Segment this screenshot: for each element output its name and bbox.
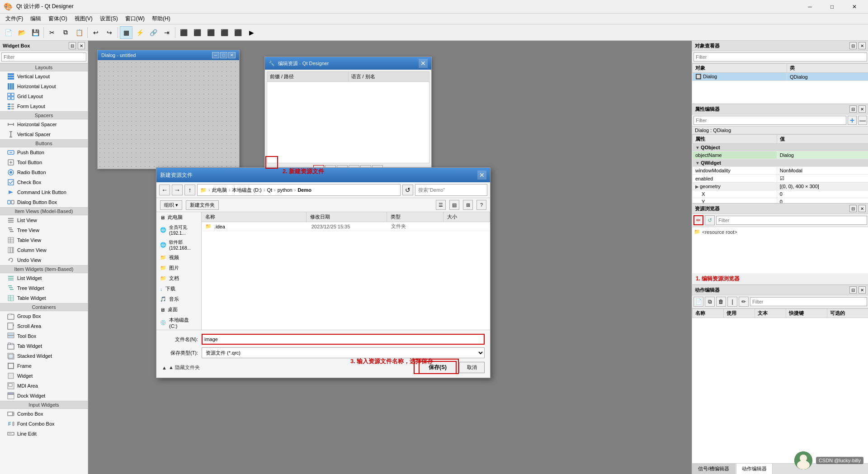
- widget-stacked-widget[interactable]: Stacked Widget: [0, 351, 88, 361]
- sidebar-downloads[interactable]: ↓ 下载: [156, 284, 201, 294]
- widget-grid-layout[interactable]: Grid Layout: [0, 91, 88, 101]
- menu-settings[interactable]: 设置(S): [96, 14, 122, 24]
- sidebar-desktop[interactable]: 🖥 桌面: [156, 304, 201, 315]
- res-edit-btn[interactable]: ✏: [693, 215, 703, 225]
- file-dialog-close[interactable]: ✕: [477, 171, 486, 180]
- action-editor-close[interactable]: ✕: [859, 286, 866, 294]
- props-x-row[interactable]: X 0: [693, 190, 868, 198]
- action-filter-input[interactable]: [750, 297, 867, 306]
- widget-table-widget[interactable]: Table Widget: [0, 293, 88, 303]
- obj-row-dialog[interactable]: 🔲 Dialog QDialog: [693, 73, 868, 81]
- action-editor-float[interactable]: ⊟: [849, 286, 857, 294]
- tab-signal-slot[interactable]: 信号/槽编辑器: [692, 463, 735, 474]
- widget-radio-button[interactable]: Radio Button: [0, 167, 88, 177]
- props-y-row[interactable]: Y 0: [693, 198, 868, 204]
- obj-inspector-filter[interactable]: [693, 52, 867, 62]
- tb-redo[interactable]: ↪: [103, 26, 116, 39]
- action-delete-btn[interactable]: 🗑: [716, 297, 726, 307]
- widget-list-view[interactable]: List View: [0, 215, 88, 225]
- file-save-btn[interactable]: 保存(S): [419, 361, 457, 374]
- res-refresh-btn[interactable]: ↺: [705, 215, 715, 225]
- file-organize-btn[interactable]: 组织 ▾: [160, 200, 182, 210]
- tb-undo[interactable]: ↩: [90, 26, 102, 39]
- widget-tool-box[interactable]: Tool Box: [0, 331, 88, 341]
- widget-dock-widget[interactable]: Dock Widget: [0, 391, 88, 401]
- tb-layout-break[interactable]: ⬛: [231, 26, 244, 39]
- tb-preview[interactable]: ▶: [245, 26, 258, 39]
- maximize-btn[interactable]: □: [822, 0, 842, 14]
- widget-box-float[interactable]: ⊟: [69, 42, 76, 49]
- col-size[interactable]: 大小: [443, 212, 490, 222]
- widget-font-combo-box[interactable]: F Font Combo Box: [0, 419, 88, 429]
- obj-inspector-float[interactable]: ⊟: [849, 42, 857, 49]
- props-add-btn[interactable]: +: [848, 116, 857, 125]
- tb-signal-slot[interactable]: ⚡: [133, 26, 146, 39]
- res-filter-input[interactable]: [716, 216, 867, 225]
- res-browser-close[interactable]: ✕: [859, 205, 866, 212]
- menu-form[interactable]: 窗体(O): [45, 14, 71, 24]
- dialog-minimize[interactable]: ─: [212, 52, 219, 58]
- tb-tab-order[interactable]: ⇥: [160, 26, 173, 39]
- widget-push-button[interactable]: Push Button: [0, 147, 88, 157]
- tb-layout-grid[interactable]: ⬛: [204, 26, 217, 39]
- action-copy-btn[interactable]: ⧉: [705, 297, 715, 307]
- path-python[interactable]: python: [278, 187, 292, 193]
- file-nav-forward[interactable]: →: [172, 185, 183, 195]
- col-name[interactable]: 名称: [202, 212, 307, 222]
- sidebar-network1[interactable]: 🌐 全员可见 (192.1...: [156, 223, 201, 237]
- props-objectname-row[interactable]: objectName Dialog: [693, 152, 868, 159]
- sidebar-network2[interactable]: 🌐 软件部 (192.168...: [156, 237, 201, 252]
- sidebar-images[interactable]: 📁 图片: [156, 263, 201, 273]
- widget-table-view[interactable]: Table View: [0, 235, 88, 245]
- props-enabled-row[interactable]: enabled ☑: [693, 175, 868, 183]
- widget-line-edit[interactable]: Line Edit: [0, 429, 88, 439]
- widget-widget[interactable]: Widget: [0, 371, 88, 381]
- dialog-maximize[interactable]: □: [220, 52, 227, 58]
- tb-layout-form[interactable]: ⬛: [218, 26, 231, 39]
- tab-action-editor[interactable]: 动作编辑器: [736, 463, 773, 474]
- widget-mdi-area[interactable]: MDI Area: [0, 381, 88, 391]
- sidebar-docs[interactable]: 📁 文档: [156, 273, 201, 284]
- menu-help[interactable]: 帮助(H): [148, 14, 174, 24]
- filetype-select2[interactable]: 资源文件 (*.qrc): [202, 347, 485, 358]
- path-demo[interactable]: Demo: [297, 187, 311, 193]
- tb-layout-v[interactable]: ⬛: [191, 26, 203, 39]
- file-hidden-folder-btn[interactable]: ▲ ▲ 隐藏文件夹: [162, 364, 200, 371]
- widget-tree-view[interactable]: Tree View: [0, 225, 88, 235]
- widget-vertical-layout[interactable]: Vertical Layout: [0, 71, 88, 81]
- action-edit-btn[interactable]: ✏: [739, 297, 749, 307]
- file-search-input[interactable]: [415, 184, 487, 196]
- file-nav-back[interactable]: ←: [159, 185, 170, 195]
- sidebar-music[interactable]: 🎵 音乐: [156, 294, 201, 304]
- props-geometry-row[interactable]: ▶geometry [(0, 0), 400 × 300]: [693, 183, 868, 190]
- widget-tool-button[interactable]: Tool Button: [0, 157, 88, 167]
- widget-h-spacer[interactable]: Horizontal Spacer: [0, 119, 88, 129]
- tb-save[interactable]: 💾: [29, 26, 42, 39]
- col-type[interactable]: 类型: [387, 212, 443, 222]
- file-view-list[interactable]: ☰: [436, 200, 446, 210]
- widget-horizontal-layout[interactable]: Horizontal Layout: [0, 81, 88, 91]
- widget-box-close[interactable]: ✕: [78, 42, 85, 49]
- tb-paste[interactable]: 📋: [73, 26, 85, 39]
- props-objectname-value[interactable]: Dialog: [777, 152, 868, 159]
- file-row-idea[interactable]: 📁 .idea 2023/12/25 15:35 文件夹: [202, 222, 490, 231]
- file-view-icon[interactable]: ⊞: [463, 200, 473, 210]
- props-float[interactable]: ⊟: [849, 105, 857, 113]
- menu-edit[interactable]: 编辑: [27, 14, 45, 24]
- widget-column-view[interactable]: Column View: [0, 245, 88, 255]
- widget-tab-widget[interactable]: Tab Widget: [0, 341, 88, 351]
- tb-cut[interactable]: ✂: [46, 26, 58, 39]
- widget-command-link-button[interactable]: Command Link Button: [0, 187, 88, 197]
- tb-copy[interactable]: ⧉: [59, 26, 72, 39]
- file-cancel-btn[interactable]: 取消: [459, 362, 485, 373]
- file-nav-up[interactable]: ↑: [184, 185, 195, 195]
- path-qt[interactable]: Qt: [267, 187, 272, 193]
- tb-new[interactable]: 📄: [2, 26, 14, 39]
- widget-v-spacer[interactable]: Vertical Spacer: [0, 129, 88, 139]
- col-date[interactable]: 修改日期: [307, 212, 387, 222]
- menu-file[interactable]: 文件(F): [2, 14, 27, 24]
- path-computer[interactable]: 此电脑: [212, 187, 227, 194]
- menu-view[interactable]: 视图(V): [71, 14, 96, 24]
- tb-buddy[interactable]: 🔗: [147, 26, 160, 39]
- tb-widget-edit[interactable]: ▦: [120, 26, 132, 39]
